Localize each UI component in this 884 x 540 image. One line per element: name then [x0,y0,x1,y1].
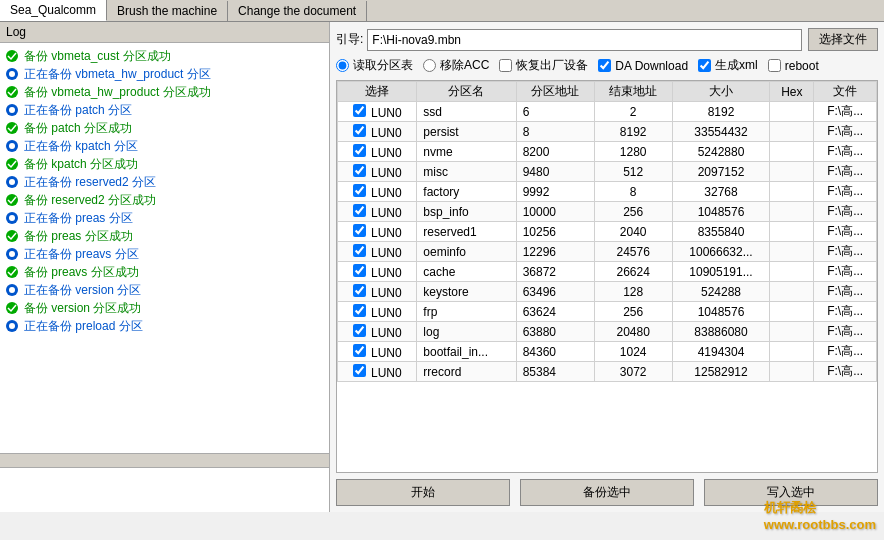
svg-point-18 [6,266,18,278]
radio-read-label: 读取分区表 [353,57,413,74]
file-row: 引导: 选择文件 [336,28,878,51]
cell-check[interactable]: LUN0 [338,122,417,142]
log-entry: 备份 reserved2 分区成功 [4,191,325,209]
cell-check[interactable]: LUN0 [338,362,417,382]
check-restore-factory[interactable]: 恢复出厂设备 [499,57,588,74]
radio-read-partition[interactable]: 读取分区表 [336,57,413,74]
cell-addr: 12296 [516,242,594,262]
cell-hex [770,182,814,202]
check-icon [4,300,20,316]
check-reboot[interactable]: reboot [768,59,819,73]
cell-hex [770,222,814,242]
watermark-line1: 机轩矞桧 [764,499,876,517]
cell-check[interactable]: LUN0 [338,222,417,242]
cell-file: F:\高... [814,202,877,222]
cell-hex [770,162,814,182]
check-da-download[interactable]: DA Download [598,59,688,73]
tab-sea-qualcomm[interactable]: Sea_Qualcomm [0,0,107,21]
cell-hex [770,142,814,162]
svg-point-17 [9,251,15,257]
svg-point-14 [9,215,15,221]
cell-end: 1280 [594,142,672,162]
cell-check[interactable]: LUN0 [338,202,417,222]
cell-name: bootfail_in... [417,342,516,362]
svg-point-21 [6,302,18,314]
table-header-1: 分区名 [417,82,516,102]
cell-end: 512 [594,162,672,182]
file-path-input[interactable] [367,29,802,51]
table-header-3: 结束地址 [594,82,672,102]
cell-end: 26624 [594,262,672,282]
cell-file: F:\高... [814,122,877,142]
cell-size: 2097152 [672,162,770,182]
svg-point-0 [6,50,18,62]
log-entry: 正在备份 kpatch 分区 [4,137,325,155]
horizontal-scrollbar[interactable] [0,453,329,467]
check-da-label: DA Download [615,59,688,73]
cell-size: 32768 [672,182,770,202]
table-row: LUN0rrecord85384307212582912F:\高... [338,362,877,382]
dot-icon [4,282,20,298]
cell-file: F:\高... [814,222,877,242]
right-panel: 引导: 选择文件 读取分区表 移除ACC 恢复出厂设备 DA Download [330,22,884,512]
table-row: LUN0reserved11025620408355840F:\高... [338,222,877,242]
log-entry: 正在备份 reserved2 分区 [4,173,325,191]
cell-end: 2040 [594,222,672,242]
cell-hex [770,202,814,222]
cell-file: F:\高... [814,162,877,182]
cell-file: F:\高... [814,102,877,122]
cell-check[interactable]: LUN0 [338,342,417,362]
cell-check[interactable]: LUN0 [338,142,417,162]
main-content: Log 备份 vbmeta_cust 分区成功正在备份 vbmeta_hw_pr… [0,22,884,512]
radio-remove-label: 移除ACC [440,57,489,74]
cell-end: 256 [594,202,672,222]
cell-file: F:\高... [814,342,877,362]
log-entry: 备份 version 分区成功 [4,299,325,317]
cell-addr: 36872 [516,262,594,282]
select-file-button[interactable]: 选择文件 [808,28,878,51]
log-text: 备份 kpatch 分区成功 [24,155,138,173]
log-entry: 备份 vbmeta_cust 分区成功 [4,47,325,65]
log-text: 正在备份 version 分区 [24,281,141,299]
log-area[interactable]: 备份 vbmeta_cust 分区成功正在备份 vbmeta_hw_produc… [0,43,329,453]
cell-size: 83886080 [672,322,770,342]
tab-change-document[interactable]: Change the document [228,1,367,21]
cell-check[interactable]: LUN0 [338,302,417,322]
cell-check[interactable]: LUN0 [338,102,417,122]
dot-icon [4,174,20,190]
table-header-6: 文件 [814,82,877,102]
table-header-0: 选择 [338,82,417,102]
cell-end: 3072 [594,362,672,382]
cell-end: 2 [594,102,672,122]
cell-check[interactable]: LUN0 [338,282,417,302]
cell-check[interactable]: LUN0 [338,182,417,202]
svg-point-11 [9,179,15,185]
radio-remove-acc[interactable]: 移除ACC [423,57,489,74]
table-row: LUN0persist8819233554432F:\高... [338,122,877,142]
backup-button[interactable]: 备份选中 [520,479,694,506]
table-header-row: 选择分区名分区地址结束地址大小Hex文件 [338,82,877,102]
log-entry: 正在备份 vbmeta_hw_product 分区 [4,65,325,83]
title-bar: Sea_Qualcomm Brush the machine Change th… [0,0,884,22]
cell-addr: 8200 [516,142,594,162]
cell-check[interactable]: LUN0 [338,162,417,182]
cell-name: reserved1 [417,222,516,242]
partition-table-container[interactable]: 选择分区名分区地址结束地址大小Hex文件 LUN0ssd628192F:\高..… [336,80,878,473]
cell-name: oeminfo [417,242,516,262]
cell-check[interactable]: LUN0 [338,262,417,282]
log-entry: 备份 preavs 分区成功 [4,263,325,281]
cell-hex [770,122,814,142]
cell-check[interactable]: LUN0 [338,242,417,262]
log-entry: 备份 kpatch 分区成功 [4,155,325,173]
svg-point-15 [6,230,18,242]
dot-icon [4,66,20,82]
cell-size: 12582912 [672,362,770,382]
cell-check[interactable]: LUN0 [338,322,417,342]
check-icon [4,264,20,280]
watermark-line2: www.rootbbs.com [764,517,876,532]
check-gen-xml[interactable]: 生成xml [698,57,758,74]
cell-name: misc [417,162,516,182]
cell-end: 24576 [594,242,672,262]
start-button[interactable]: 开始 [336,479,510,506]
tab-brush-machine[interactable]: Brush the machine [107,1,228,21]
